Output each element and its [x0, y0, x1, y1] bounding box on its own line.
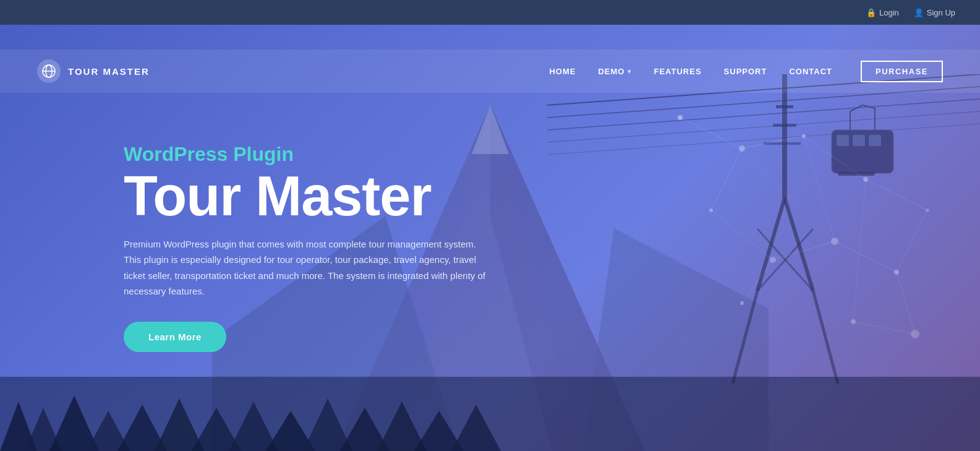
top-bar: 🔒 Login 👤 Sign Up [0, 0, 980, 25]
login-label: Login [879, 8, 899, 17]
nav-links: HOME DEMO ▾ FEATURES SUPPORT CONTACT PUR… [549, 61, 943, 82]
svg-rect-11 [782, 74, 787, 198]
logo-area[interactable]: TOUR MASTER [37, 59, 150, 83]
svg-rect-22 [837, 135, 849, 146]
svg-rect-24 [869, 135, 881, 146]
hero-content: WordPress Plugin Tour Master Premium Wor… [0, 124, 495, 352]
nav-demo[interactable]: DEMO ▾ [598, 67, 631, 76]
hero-description: Premium WordPress plugin that comes with… [124, 236, 495, 299]
nav-home[interactable]: HOME [549, 67, 576, 76]
hero-subtitle: WordPress Plugin [124, 143, 495, 166]
logo-text: TOUR MASTER [68, 66, 150, 77]
svg-line-17 [733, 291, 757, 384]
lock-icon: 🔒 [866, 8, 876, 17]
nav-features[interactable]: FEATURES [654, 67, 701, 76]
nav-support[interactable]: SUPPORT [724, 67, 767, 76]
signup-label: Sign Up [927, 8, 955, 17]
logo-icon [37, 59, 61, 83]
svg-rect-25 [838, 172, 875, 176]
hero-section: TOUR MASTER HOME DEMO ▾ FEATURES SUPPORT… [0, 25, 980, 451]
user-icon: 👤 [914, 8, 924, 17]
hero-title: Tour Master [124, 168, 495, 224]
svg-rect-13 [773, 124, 796, 127]
svg-rect-12 [776, 105, 793, 108]
svg-rect-23 [853, 135, 865, 146]
nav-contact[interactable]: CONTACT [789, 67, 832, 76]
svg-line-10 [547, 124, 980, 155]
purchase-button[interactable]: PURCHASE [861, 61, 943, 82]
login-link[interactable]: 🔒 Login [866, 8, 899, 17]
signup-link[interactable]: 👤 Sign Up [914, 8, 955, 17]
learn-more-button[interactable]: Learn More [124, 322, 226, 352]
svg-line-8 [547, 99, 980, 130]
svg-line-9 [547, 111, 980, 142]
svg-rect-14 [764, 142, 801, 145]
demo-dropdown-icon: ▾ [628, 68, 631, 75]
svg-line-18 [813, 291, 838, 384]
main-navigation: TOUR MASTER HOME DEMO ▾ FEATURES SUPPORT… [0, 49, 980, 93]
cable-car-illustration [547, 74, 980, 384]
